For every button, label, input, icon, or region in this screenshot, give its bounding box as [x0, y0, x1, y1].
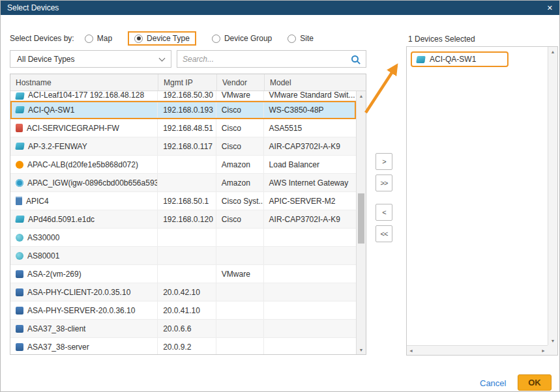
scroll-down-icon[interactable]: ▼: [548, 336, 557, 345]
device-type-dropdown[interactable]: All Device Types: [10, 50, 171, 68]
mgmt-ip-cell: 192.168.50.30: [158, 91, 216, 100]
column-header-vendor[interactable]: Vendor: [217, 74, 265, 91]
table-row[interactable]: ASA37_38-server 20.0.9.2: [10, 338, 356, 354]
hostname-cell: ACI-QA-SW1: [10, 101, 158, 119]
device-type-annotation: Device Type: [128, 31, 196, 46]
model-cell: ASA5515: [264, 119, 356, 137]
vendor-cell: VMware: [216, 265, 264, 283]
move-left-button[interactable]: <: [376, 204, 392, 221]
selected-device-item[interactable]: ACI-QA-SW1: [411, 51, 508, 67]
vendor-cell: Cisco: [216, 210, 264, 228]
asa-icon: [16, 270, 23, 278]
hostname-text: APAC_IGW(igw-0896cbd00b656a593): [27, 178, 158, 188]
hostname-text: ACI-QA-SW1: [28, 105, 74, 115]
radio-device-group[interactable]: Device Group: [212, 34, 272, 43]
hostname-text: AS80001: [27, 251, 59, 260]
scroll-up-icon[interactable]: ▲: [548, 47, 557, 56]
radio-circle: [134, 35, 143, 43]
vendor-cell: VMware: [216, 91, 264, 100]
switch-icon: [15, 216, 25, 223]
switch-icon: [416, 56, 426, 63]
cancel-button[interactable]: Cancel: [480, 378, 506, 388]
table-scrollbar[interactable]: ▲ ▼: [356, 91, 366, 354]
table-row[interactable]: ACI-Leaf104-177 192.168.48.128 192.168.5…: [10, 91, 356, 101]
selected-count-label: 1 Devices Selected: [408, 35, 475, 44]
table-row[interactable]: AS30000: [10, 229, 356, 247]
model-cell: AIR-CAP3702I-A-K9: [264, 210, 356, 228]
vendor-cell: [216, 283, 264, 301]
radio-circle: [212, 35, 220, 43]
scroll-up-icon[interactable]: ▲: [357, 91, 366, 100]
search-box: [177, 50, 366, 68]
table-row[interactable]: ACI-SERVICEGRAPH-FW 192.168.48.51 Cisco …: [10, 119, 356, 137]
table-row[interactable]: APAC_IGW(igw-0896cbd00b656a593) Amazon A…: [10, 174, 356, 192]
table-row[interactable]: APd46d.5091.e1dc 192.168.0.120 Cisco AIR…: [10, 210, 356, 229]
column-header-hostname[interactable]: Hostname: [10, 74, 158, 91]
asa-icon: [16, 343, 23, 351]
scroll-right-icon[interactable]: ►: [541, 348, 546, 353]
search-icon[interactable]: [351, 55, 359, 63]
model-cell: [264, 247, 356, 264]
mgmt-ip-cell: [158, 156, 216, 173]
dialog-title: Select Devices: [7, 3, 59, 12]
table-row[interactable]: ACI-QA-SW1 192.168.0.193 Cisco WS-C3850-…: [10, 101, 356, 119]
table-row[interactable]: APIC4 192.168.50.1 Cisco Syst... APIC-SE…: [10, 192, 356, 210]
table-row[interactable]: ASA-PHY-SERVER-20.0.36.10 20.0.41.10: [10, 301, 356, 320]
model-cell: VMware Standard Swit...: [264, 91, 356, 100]
table-row[interactable]: ASA-PHY-CLIENT-20.0.35.10 20.0.42.10: [10, 283, 356, 301]
annotation-arrow: [361, 55, 407, 118]
search-input[interactable]: [183, 55, 351, 64]
hostname-text: AP-3.2-FENWAY: [28, 142, 87, 151]
select-devices-dialog: { "colors": { "titlebar": "#1c4a6e", "an…: [0, 0, 560, 392]
mgmt-ip-cell: 20.0.42.10: [158, 283, 216, 301]
radio-map[interactable]: Map: [85, 34, 112, 43]
move-all-left-button[interactable]: <<: [376, 225, 392, 242]
mgmt-ip-cell: [158, 174, 216, 191]
hostname-text: AS30000: [27, 233, 59, 242]
device-table: Hostname Mgmt IP Vendor Model ACI-Leaf10…: [10, 74, 366, 355]
table-row[interactable]: AP-3.2-FENWAY 192.168.0.117 Cisco AIR-CA…: [10, 137, 356, 156]
hostname-text: ASA-PHY-CLIENT-20.0.35.10: [27, 288, 130, 297]
server-icon: [16, 197, 22, 205]
ok-button[interactable]: OK: [518, 374, 552, 391]
mgmt-ip-cell: 192.168.0.117: [158, 137, 216, 155]
column-header-model[interactable]: Model: [265, 74, 357, 91]
radio-device-type[interactable]: Device Type: [134, 34, 190, 43]
aws-icon: [16, 161, 23, 169]
mgmt-ip-cell: [158, 265, 216, 283]
close-icon[interactable]: ✕: [547, 5, 553, 12]
vendor-cell: [216, 247, 264, 264]
table-row[interactable]: ASA37_38-client 20.0.6.6: [10, 320, 356, 338]
switch-icon: [15, 143, 25, 150]
vendor-cell: Amazon: [216, 156, 264, 173]
table-row[interactable]: AS80001: [10, 247, 356, 265]
table-row[interactable]: APAC-ALB(d20fe1e5b868d072) Amazon Load B…: [10, 156, 356, 174]
vendor-cell: [216, 229, 264, 246]
vendor-cell: Amazon: [216, 174, 264, 191]
igw-icon: [16, 179, 23, 187]
table-row[interactable]: ASA-2(vm-269) VMware: [10, 265, 356, 283]
model-cell: AWS Internet Gateway: [264, 174, 356, 191]
hostname-text: APAC-ALB(d20fe1e5b868d072): [27, 160, 138, 169]
hostname-text: ASA-2(vm-269): [27, 270, 81, 279]
scroll-left-icon[interactable]: ◄: [409, 348, 413, 353]
panel-vertical-scrollbar[interactable]: ▲ ▼: [548, 47, 557, 345]
scroll-down-icon[interactable]: ▼: [357, 345, 366, 354]
column-header-mgmt-ip[interactable]: Mgmt IP: [158, 74, 217, 91]
hostname-text: ACI-SERVICEGRAPH-FW: [27, 124, 119, 133]
hostname-cell: ASA-PHY-SERVER-20.0.36.10: [10, 301, 158, 319]
panel-horizontal-scrollbar[interactable]: ◄ ►: [407, 345, 548, 355]
radio-site[interactable]: Site: [287, 34, 314, 43]
mgmt-ip-cell: 192.168.50.1: [158, 192, 216, 210]
scrollbar-thumb[interactable]: [358, 193, 364, 244]
model-cell: AIR-CAP3702I-A-K9: [264, 137, 356, 155]
hostname-cell: ASA-2(vm-269): [10, 265, 158, 283]
globe-icon: [16, 234, 23, 242]
asa-icon: [16, 325, 23, 333]
device-table-body: ACI-Leaf104-177 192.168.48.128 192.168.5…: [10, 91, 356, 354]
move-right-button[interactable]: >: [376, 153, 392, 170]
hostname-text: ACI-Leaf104-177 192.168.48.128: [28, 91, 144, 100]
asa-icon: [16, 307, 23, 315]
move-all-right-button[interactable]: >>: [376, 175, 392, 191]
vendor-cell: [216, 338, 264, 354]
